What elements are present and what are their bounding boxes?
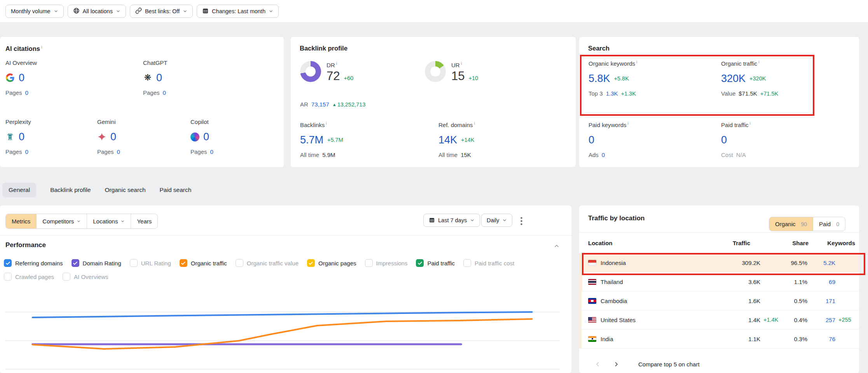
tab-backlink-profile[interactable]: Backlink profile	[50, 183, 91, 197]
table-row-united-states[interactable]: United States 1.4K+1.4K 0.4% 257+255	[579, 310, 859, 329]
table-footer: Compare top 5 on chart	[579, 355, 859, 373]
toggle-organic[interactable]: Organic90	[769, 217, 813, 231]
top3-link[interactable]: 1.3K	[606, 90, 618, 97]
chevron-down-icon	[116, 9, 121, 14]
metric-chatgpt: ChatGPT ❋ 0 Pages0	[143, 59, 168, 96]
traffic-table-body: Indonesia 309.2K 96.5% 5.2K Thailand 3.6…	[579, 253, 859, 349]
checkbox-box	[72, 259, 79, 267]
info-icon[interactable]: i	[461, 61, 462, 66]
performance-title: Performance	[5, 241, 46, 249]
traffic-value-delta: +71.5K	[760, 91, 778, 97]
keywords-link[interactable]: 171	[826, 298, 835, 304]
changes-dropdown[interactable]: Changes: Last month	[197, 5, 279, 18]
ref-domains-value[interactable]: 14K	[438, 134, 457, 146]
compare-top5-button[interactable]: Compare top 5 on chart	[638, 361, 700, 368]
date-range-dropdown[interactable]: Last 7 days	[423, 214, 480, 227]
tab-paid-search[interactable]: Paid search	[160, 183, 192, 197]
segment-years[interactable]: Years	[131, 214, 157, 228]
checkbox-domain-rating[interactable]: Domain Rating	[72, 259, 121, 267]
organic-keywords-value[interactable]: 5.8K	[589, 73, 610, 85]
copilot-value[interactable]: 0	[203, 131, 209, 143]
checkbox-box	[4, 259, 12, 267]
collapse-chevron-up-icon[interactable]	[554, 243, 560, 251]
tab-organic-search[interactable]: Organic search	[105, 183, 145, 197]
table-row-india[interactable]: India 1.1K 0.3% 76	[579, 329, 859, 349]
chatgpt-value[interactable]: 0	[156, 72, 162, 84]
perplexity-pages-link[interactable]: 0	[25, 148, 28, 155]
info-icon[interactable]: i	[336, 61, 337, 66]
column-location[interactable]: Location	[588, 240, 715, 246]
checkbox-box	[365, 259, 373, 267]
checkbox-organic-traffic-value[interactable]: Organic traffic value	[236, 259, 299, 267]
perplexity-value[interactable]: 0	[19, 131, 24, 143]
chatgpt-pages-link[interactable]: 0	[163, 89, 166, 96]
info-icon[interactable]: i	[758, 59, 759, 64]
paid-keywords-value[interactable]: 0	[589, 134, 594, 146]
checkbox-paid-traffic-cost[interactable]: Paid traffic cost	[463, 259, 514, 267]
metric-ref-domains: Ref. domainsi 14K+14K All time15K	[438, 121, 475, 158]
paid-count: 0	[836, 221, 839, 227]
checkbox-paid-traffic[interactable]: Paid traffic	[416, 259, 455, 267]
info-icon[interactable]: i	[636, 59, 637, 64]
checkbox-box	[463, 259, 471, 267]
chevron-down-icon	[269, 9, 273, 14]
keywords-link[interactable]: 5.2K	[823, 260, 835, 266]
checkbox-box	[4, 273, 12, 281]
openai-icon: ❋	[143, 73, 152, 82]
column-traffic[interactable]: Traffic	[715, 240, 750, 246]
monthly-volume-dropdown[interactable]: Monthly volume	[5, 5, 64, 18]
table-row-indonesia[interactable]: Indonesia 309.2K 96.5% 5.2K	[579, 253, 859, 272]
table-row-thailand[interactable]: Thailand 3.6K 1.1% 69	[579, 272, 859, 291]
copilot-icon	[190, 132, 199, 141]
gemini-pages-link[interactable]: 0	[117, 148, 120, 155]
info-icon[interactable]: i	[326, 121, 327, 125]
segment-locations[interactable]: Locations	[87, 214, 131, 228]
checkbox-crawled-pages[interactable]: Crawled pages	[4, 273, 54, 281]
seo-overview-page: Monthly volume All locations Best links:…	[0, 0, 868, 373]
dr-value: 72	[327, 69, 340, 83]
checkbox-box	[180, 259, 187, 267]
backlinks-value[interactable]: 5.7M	[300, 134, 323, 146]
table-row-cambodia[interactable]: Cambodia 1.6K 0.5% 171	[579, 291, 859, 310]
organic-traffic-value[interactable]: 320K	[721, 73, 746, 85]
best-links-dropdown[interactable]: Best links: Off	[130, 5, 193, 18]
checkbox-organic-pages[interactable]: Organic pages	[307, 259, 356, 267]
paid-traffic-value[interactable]: 0	[721, 134, 727, 146]
copilot-pages-link[interactable]: 0	[210, 148, 213, 155]
column-share[interactable]: Share	[750, 240, 809, 246]
next-page-chevron-right-icon[interactable]	[610, 357, 623, 371]
calendar-icon	[202, 7, 209, 15]
ai-overview-pages-link[interactable]: 0	[25, 89, 28, 96]
toggle-paid[interactable]: Paid0	[813, 217, 845, 231]
segment-competitors[interactable]: Competitors	[36, 214, 87, 228]
info-icon[interactable]: i	[474, 121, 475, 125]
ads-link[interactable]: 0	[602, 152, 605, 158]
tab-general[interactable]: General	[2, 183, 36, 197]
locations-dropdown[interactable]: All locations	[68, 5, 126, 18]
gemini-value[interactable]: 0	[110, 131, 116, 143]
keywords-link[interactable]: 76	[829, 336, 835, 342]
traffic-table-header: Location Traffic Share Keywords	[579, 232, 859, 253]
ar-value-link[interactable]: 73,157	[311, 101, 329, 108]
keywords-link[interactable]: 69	[829, 279, 835, 285]
info-icon[interactable]: i	[41, 45, 42, 49]
checkbox-referring-domains[interactable]: Referring domains	[4, 259, 63, 267]
locations-label: All locations	[83, 8, 113, 14]
india-flag-icon	[588, 336, 596, 342]
checkbox-ai-overviews[interactable]: AI Overviews	[63, 273, 108, 281]
segment-metrics[interactable]: Metrics	[6, 214, 36, 228]
more-options-kebab-icon[interactable]	[515, 215, 527, 227]
previous-page-chevron-left-icon[interactable]	[591, 357, 604, 371]
chevron-down-icon	[470, 218, 475, 223]
column-keywords[interactable]: Keywords	[809, 240, 855, 246]
info-icon[interactable]: i	[750, 121, 751, 125]
checkbox-organic-traffic[interactable]: Organic traffic	[180, 259, 227, 267]
chevron-down-icon	[54, 9, 58, 14]
checkbox-url-rating[interactable]: URL Rating	[130, 259, 171, 267]
granularity-dropdown[interactable]: Daily	[481, 214, 512, 227]
keywords-link[interactable]: 257	[826, 317, 835, 323]
checkbox-impressions[interactable]: Impressions	[365, 259, 408, 267]
info-icon[interactable]: i	[628, 121, 629, 125]
section-tabs: General Backlink profile Organic search …	[2, 181, 191, 199]
ai-overview-value[interactable]: 0	[19, 72, 24, 84]
